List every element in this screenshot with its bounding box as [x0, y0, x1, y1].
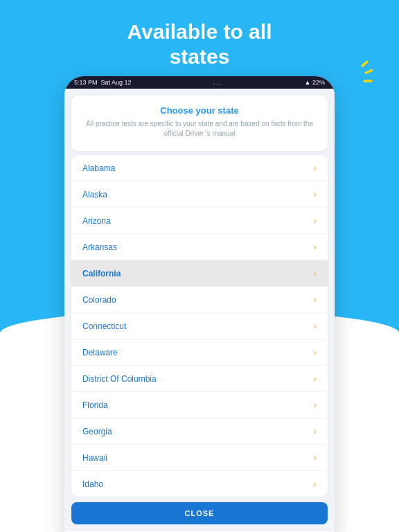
status-time: 5:13 PM Sat Aug 12	[74, 79, 132, 86]
status-bar: 5:13 PM Sat Aug 12 ... ▲ 22%	[64, 76, 335, 89]
state-list-item[interactable]: Florida›	[71, 392, 328, 418]
state-name: Connecticut	[82, 321, 126, 331]
state-name: Arizona	[82, 216, 111, 226]
close-btn-area: CLOSE	[64, 497, 335, 531]
chevron-right-icon: ›	[314, 347, 317, 357]
state-list-item[interactable]: Colorado›	[71, 287, 328, 313]
state-name: Georgia	[82, 427, 112, 436]
chevron-right-icon: ›	[314, 479, 317, 489]
chevron-right-icon: ›	[314, 242, 317, 252]
state-name: Hawaii	[82, 453, 107, 463]
header-subtitle: All practice tests are specific to your …	[82, 119, 317, 139]
chevron-right-icon: ›	[314, 163, 317, 173]
chevron-right-icon: ›	[314, 400, 317, 410]
state-name: Delaware	[82, 348, 118, 357]
state-name: Arkansas	[82, 242, 117, 252]
state-list-item[interactable]: Connecticut›	[71, 313, 328, 339]
state-list-item[interactable]: Alaska›	[71, 181, 328, 208]
svg-line-0	[362, 62, 367, 66]
state-list-item[interactable]: Idaho›	[71, 471, 328, 497]
chevron-right-icon: ›	[314, 215, 317, 226]
status-dots: ...	[213, 79, 223, 86]
state-name: Colorado	[82, 295, 116, 305]
state-list-item[interactable]: District Of Columbia›	[71, 366, 328, 392]
state-name: California	[82, 269, 121, 278]
chevron-right-icon: ›	[314, 452, 317, 463]
chevron-right-icon: ›	[314, 373, 317, 384]
state-list-item[interactable]: Alabama›	[71, 155, 328, 181]
chevron-right-icon: ›	[314, 268, 317, 278]
close-button[interactable]: CLOSE	[71, 502, 328, 524]
state-name: District Of Columbia	[82, 374, 157, 384]
chevron-right-icon: ›	[314, 321, 317, 331]
state-list-item[interactable]: Georgia›	[71, 418, 328, 445]
state-list-item[interactable]: California›	[71, 260, 328, 287]
state-list-item[interactable]: Arizona›	[71, 208, 328, 234]
svg-line-1	[366, 70, 373, 73]
state-list-item[interactable]: Arkansas›	[71, 234, 328, 260]
device-frame: 5:13 PM Sat Aug 12 ... ▲ 22% Choose your…	[64, 76, 335, 532]
state-name: Alabama	[82, 163, 115, 173]
state-name: Florida	[82, 400, 108, 410]
state-list-item[interactable]: Hawaii›	[71, 445, 328, 471]
state-name: Alaska	[82, 190, 107, 200]
device-content: Choose your state All practice tests are…	[64, 89, 335, 531]
state-name: Idaho	[82, 479, 103, 489]
chevron-right-icon: ›	[314, 294, 317, 305]
chevron-right-icon: ›	[314, 189, 317, 200]
state-list: Alabama›Alaska›Arizona›Arkansas›Californ…	[71, 155, 328, 497]
header-title: Choose your state	[82, 105, 317, 116]
status-signal: ▲ 22%	[305, 79, 325, 86]
header-card: Choose your state All practice tests are…	[71, 96, 328, 151]
chevron-right-icon: ›	[314, 426, 317, 436]
sunburst-icon	[338, 59, 373, 94]
state-list-item[interactable]: Delaware›	[71, 339, 328, 366]
